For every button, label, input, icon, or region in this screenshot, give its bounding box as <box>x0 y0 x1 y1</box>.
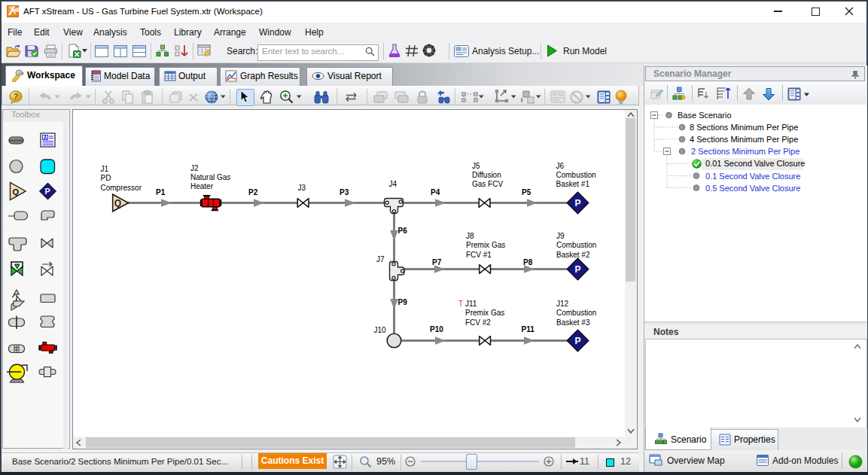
svg-text:P5: P5 <box>522 188 531 196</box>
svg-text:J5: J5 <box>472 162 480 170</box>
svg-text:J9: J9 <box>556 232 565 240</box>
svg-text:P11: P11 <box>522 325 535 333</box>
svg-text:?: ? <box>14 92 19 101</box>
svg-text:Basket #3: Basket #3 <box>556 318 590 327</box>
svg-text:Basket #2: Basket #2 <box>556 251 590 259</box>
svg-text:P: P <box>575 198 581 209</box>
svg-text:P9: P9 <box>398 298 408 306</box>
svg-text:Combustion: Combustion <box>556 171 596 179</box>
svg-text:P: P <box>575 264 581 275</box>
svg-text:P2: P2 <box>248 188 258 196</box>
svg-text:J8: J8 <box>466 232 474 240</box>
svg-text:P4: P4 <box>431 188 440 196</box>
svg-text:J2: J2 <box>190 164 199 172</box>
svg-text:P10: P10 <box>430 325 443 333</box>
svg-text:PD: PD <box>101 174 111 182</box>
svg-text:Q: Q <box>114 198 121 209</box>
svg-text:Compressor: Compressor <box>101 184 142 192</box>
svg-text:J7: J7 <box>376 255 385 263</box>
svg-text:P: P <box>45 187 50 196</box>
svg-text:FCV #2: FCV #2 <box>465 318 491 327</box>
svg-text:Basket #1: Basket #1 <box>556 180 590 188</box>
svg-text:P7: P7 <box>432 258 442 266</box>
svg-text:Premix Gas: Premix Gas <box>466 241 505 249</box>
svg-text:J10: J10 <box>374 326 387 334</box>
svg-text:Gas FCV: Gas FCV <box>472 180 503 188</box>
svg-text:Combustion: Combustion <box>556 309 596 317</box>
svg-text:J1: J1 <box>101 165 109 173</box>
svg-text:T: T <box>458 300 463 308</box>
svg-text:P8: P8 <box>523 258 533 266</box>
svg-text:J3: J3 <box>298 184 306 192</box>
svg-text:P: P <box>575 336 581 346</box>
svg-text:J11: J11 <box>465 300 477 308</box>
svg-text:J6: J6 <box>556 162 565 170</box>
svg-text:Combustion: Combustion <box>556 241 596 249</box>
svg-text:FCV #1: FCV #1 <box>466 251 492 259</box>
svg-text:Premix Gas: Premix Gas <box>465 309 504 317</box>
svg-text:Q: Q <box>13 187 20 196</box>
svg-text:Diffusion: Diffusion <box>472 171 501 179</box>
svg-text:J12: J12 <box>556 300 569 308</box>
svg-text:P1: P1 <box>156 188 166 196</box>
svg-text:Natural Gas: Natural Gas <box>190 173 230 181</box>
svg-text:J4: J4 <box>389 180 397 188</box>
svg-text:A: A <box>44 135 47 140</box>
svg-text:Heater: Heater <box>190 182 214 190</box>
svg-text:P6: P6 <box>398 227 408 235</box>
svg-text:P3: P3 <box>340 188 349 196</box>
